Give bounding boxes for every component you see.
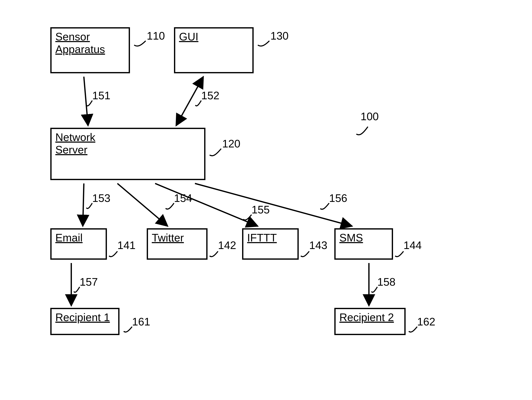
ref-system: 100 — [361, 111, 379, 122]
leader-141 — [109, 251, 117, 257]
ref-edge-153: 153 — [92, 193, 110, 203]
leader-154 — [166, 203, 174, 209]
leader-158 — [371, 287, 377, 292]
leader-157 — [74, 287, 80, 292]
leader-152 — [195, 100, 201, 106]
leader-143 — [301, 251, 309, 257]
edge-gui-server — [176, 77, 203, 126]
leader-120 — [210, 149, 221, 156]
ref-edge-154: 154 — [174, 193, 192, 203]
node-sms: SMS — [334, 228, 393, 260]
leader-100 — [356, 127, 368, 135]
node-server-label: Network Server — [55, 131, 95, 156]
leader-151 — [86, 100, 92, 106]
node-ifttt: IFTTT — [242, 228, 299, 260]
ref-twitter: 142 — [218, 240, 236, 251]
ref-edge-155: 155 — [252, 204, 270, 215]
node-sensor-label: Sensor Apparatus — [55, 31, 105, 56]
edge-sensor-server — [84, 77, 88, 126]
leader-155 — [243, 215, 252, 220]
node-email-label: Email — [55, 232, 82, 244]
edge-server-email — [83, 184, 84, 226]
leader-110 — [134, 41, 146, 46]
node-gui: GUI — [174, 27, 254, 73]
node-recipient2: Recipient 2 — [334, 308, 405, 335]
leader-153 — [86, 203, 92, 209]
ref-server: 120 — [222, 138, 241, 149]
ref-sms: 144 — [404, 240, 422, 251]
ref-edge-158: 158 — [377, 277, 396, 287]
ref-edge-152: 152 — [201, 90, 220, 101]
ref-edge-156: 156 — [329, 193, 347, 203]
node-email: Email — [50, 228, 107, 260]
ref-gui: 130 — [270, 30, 289, 41]
node-twitter: Twitter — [147, 228, 208, 260]
leader-156 — [320, 203, 329, 209]
node-recipient1-label: Recipient 1 — [55, 311, 110, 324]
leader-142 — [210, 251, 218, 257]
leader-161 — [124, 327, 132, 332]
node-sensor: Sensor Apparatus — [50, 27, 130, 73]
node-recipient2-label: Recipient 2 — [339, 311, 394, 324]
edge-server-ifttt — [155, 184, 258, 226]
node-twitter-label: Twitter — [152, 232, 184, 244]
ref-ifttt: 143 — [309, 240, 327, 251]
diagram-canvas: Sensor Apparatus 110 GUI 130 Network Ser… — [0, 0, 532, 400]
node-gui-label: GUI — [179, 31, 198, 43]
leader-130 — [258, 41, 269, 46]
edge-server-twitter — [117, 184, 168, 226]
node-recipient1: Recipient 1 — [50, 308, 120, 335]
ref-edge-151: 151 — [92, 90, 110, 101]
ref-recipient1: 161 — [132, 316, 150, 327]
node-server: Network Server — [50, 128, 205, 180]
edge-server-sms — [195, 184, 352, 226]
leader-162 — [409, 327, 417, 332]
ref-sensor: 110 — [147, 30, 165, 41]
ref-recipient2: 162 — [417, 316, 435, 327]
node-ifttt-label: IFTTT — [247, 232, 277, 244]
node-sms-label: SMS — [339, 232, 363, 244]
ref-email: 141 — [117, 240, 136, 251]
leader-144 — [395, 251, 404, 257]
ref-edge-157: 157 — [80, 277, 98, 287]
